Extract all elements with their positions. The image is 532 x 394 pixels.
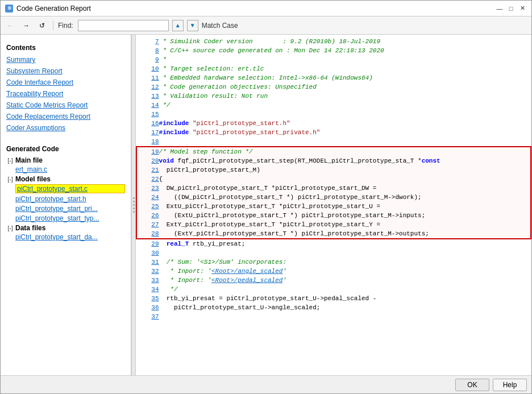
table-row: 30 xyxy=(136,248,531,258)
line-number[interactable]: 25 xyxy=(136,202,159,211)
forward-button[interactable]: → xyxy=(20,19,32,32)
code-line: ((DW_piCtrl_prototype_start_T *) piCtrl_… xyxy=(159,193,531,202)
line-number[interactable]: 33 xyxy=(136,276,159,285)
refresh-button[interactable]: ↺ xyxy=(36,19,48,32)
line-number[interactable]: 31 xyxy=(136,258,159,267)
table-row: 32 * Inport: '<Root>/angle_scaled' xyxy=(136,267,531,276)
line-number[interactable]: 34 xyxy=(136,285,159,294)
data-files-label: Data files xyxy=(15,224,45,232)
resize-handle[interactable] xyxy=(131,35,136,375)
piCtrl-c-link[interactable]: piCtrl_prototype_start.c xyxy=(15,184,125,193)
code-line: #include "piCtrl_prototype_start_private… xyxy=(159,128,531,137)
line-number[interactable]: 24 xyxy=(136,193,159,202)
line-number[interactable]: 32 xyxy=(136,267,159,276)
line-number[interactable]: 12 xyxy=(136,82,159,92)
line-number[interactable]: 30 xyxy=(136,248,159,258)
code-table: 7 * Simulink Coder version : 9.2 (R2019b… xyxy=(136,37,531,321)
find-label: Find: xyxy=(58,22,73,30)
help-button[interactable]: Help xyxy=(493,379,527,391)
table-row: 7 * Simulink Coder version : 9.2 (R2019b… xyxy=(136,37,531,46)
data-files-tree-item: [-] Data files xyxy=(6,224,125,232)
line-number[interactable]: 17 xyxy=(136,128,159,137)
piCtrl-pri-link[interactable]: piCtrl_prototype_start_pri... xyxy=(15,205,125,213)
data-files-toggle[interactable]: [-] xyxy=(6,225,14,231)
line-number[interactable]: 20 xyxy=(136,156,159,165)
code-line: { xyxy=(159,175,531,184)
code-line: (ExtU_piCtrl_prototype_start_T *) piCtrl… xyxy=(159,211,531,220)
generated-code-heading: Generated Code xyxy=(6,145,125,153)
line-number[interactable]: 9 xyxy=(136,55,159,64)
line-number[interactable]: 22 xyxy=(136,175,159,184)
code-line: */ xyxy=(159,285,531,294)
sidebar-item-code-interface[interactable]: Code Interface Report xyxy=(6,78,125,87)
table-row: 26 (ExtU_piCtrl_prototype_start_T *) piC… xyxy=(136,211,531,220)
code-line xyxy=(159,110,531,119)
line-number[interactable]: 15 xyxy=(136,110,159,119)
line-number[interactable]: 18 xyxy=(136,137,159,147)
code-line: * Validation result: Not run xyxy=(159,92,531,101)
main-content: Contents Summary Subsystem Report Code I… xyxy=(1,35,531,375)
line-number[interactable]: 26 xyxy=(136,211,159,220)
piCtrl-h-link[interactable]: piCtrl_prototype_start.h xyxy=(15,195,125,203)
sidebar-item-traceability[interactable]: Traceability Report xyxy=(6,89,125,98)
data-files-children: piCtrl_prototype_start_da... xyxy=(15,233,125,241)
toolbar-separator xyxy=(53,20,53,31)
find-input[interactable] xyxy=(78,20,169,31)
ok-button[interactable]: OK xyxy=(455,379,489,391)
sidebar-item-summary[interactable]: Summary xyxy=(6,55,125,64)
match-case-label: Match Case xyxy=(202,22,238,30)
line-number[interactable]: 35 xyxy=(136,294,159,303)
code-line: */ xyxy=(159,101,531,110)
code-scroll[interactable]: 7 * Simulink Coder version : 9.2 (R2019b… xyxy=(136,35,531,375)
app-icon: ⚙ xyxy=(5,5,13,13)
main-files-label: Main file xyxy=(15,156,43,164)
table-row: 10 * Target selection: ert.tlc xyxy=(136,64,531,73)
code-line: DW_piCtrl_prototype_start_T *piCtrl_prot… xyxy=(159,184,531,193)
line-number[interactable]: 7 xyxy=(136,37,159,46)
ert-main-link[interactable]: ert_main.c xyxy=(15,165,125,173)
close-button[interactable]: ✕ xyxy=(518,4,527,13)
piCtrl-da-link[interactable]: piCtrl_prototype_start_da... xyxy=(15,233,125,241)
line-number[interactable]: 14 xyxy=(136,101,159,110)
table-row: 22{ xyxy=(136,175,531,184)
code-line xyxy=(159,312,531,321)
table-row: 18 xyxy=(136,137,531,147)
code-line: rtb_yi_presat = piCtrl_prototype_start_U… xyxy=(159,294,531,303)
line-number[interactable]: 27 xyxy=(136,220,159,229)
sidebar-item-static-code-metrics[interactable]: Static Code Metrics Report xyxy=(6,101,125,110)
line-number[interactable]: 8 xyxy=(136,46,159,55)
table-row: 8 * C/C++ source code generated on : Mon… xyxy=(136,46,531,55)
line-number[interactable]: 28 xyxy=(136,229,159,239)
table-row: 11 * Embedded hardware selection: Intel-… xyxy=(136,73,531,82)
sidebar-item-subsystem-report[interactable]: Subsystem Report xyxy=(6,67,125,76)
back-button[interactable]: ← xyxy=(4,19,16,32)
table-row: 25 ExtU_piCtrl_prototype_start_T *piCtrl… xyxy=(136,202,531,211)
table-row: 9 * xyxy=(136,55,531,64)
line-number[interactable]: 13 xyxy=(136,92,159,101)
line-number[interactable]: 36 xyxy=(136,303,159,312)
piCtrl-typ-link[interactable]: piCtrl_prototype_start_typ... xyxy=(15,214,125,222)
line-number[interactable]: 29 xyxy=(136,239,159,248)
line-number[interactable]: 10 xyxy=(136,64,159,73)
line-number[interactable]: 23 xyxy=(136,184,159,193)
line-number[interactable]: 16 xyxy=(136,119,159,128)
sidebar-item-code-replacements[interactable]: Code Replacements Report xyxy=(6,112,125,121)
find-down-button[interactable]: ▼ xyxy=(187,20,198,31)
maximize-button[interactable]: □ xyxy=(506,4,516,13)
table-row: 20void fqf_piCtrl_prototype_start_step(R… xyxy=(136,156,531,165)
minimize-button[interactable]: — xyxy=(495,4,504,13)
sidebar-item-coder-assumptions[interactable]: Coder Assumptions xyxy=(6,123,125,132)
code-line: void fqf_piCtrl_prototype_start_step(RT_… xyxy=(159,156,531,165)
find-up-button[interactable]: ▲ xyxy=(172,20,184,31)
code-area: 7 * Simulink Coder version : 9.2 (R2019b… xyxy=(136,35,531,375)
table-row: 29 real_T rtb_yi_presat; xyxy=(136,239,531,248)
line-number[interactable]: 21 xyxy=(136,165,159,175)
main-files-children: ert_main.c xyxy=(15,165,125,173)
model-files-toggle[interactable]: [-] xyxy=(6,176,14,183)
model-files-label: Model files xyxy=(15,175,51,183)
line-number[interactable]: 37 xyxy=(136,312,159,321)
main-files-toggle[interactable]: [-] xyxy=(6,157,14,164)
line-number[interactable]: 19 xyxy=(136,147,159,156)
line-number[interactable]: 11 xyxy=(136,73,159,82)
table-row: 24 ((DW_piCtrl_prototype_start_T *) piCt… xyxy=(136,193,531,202)
